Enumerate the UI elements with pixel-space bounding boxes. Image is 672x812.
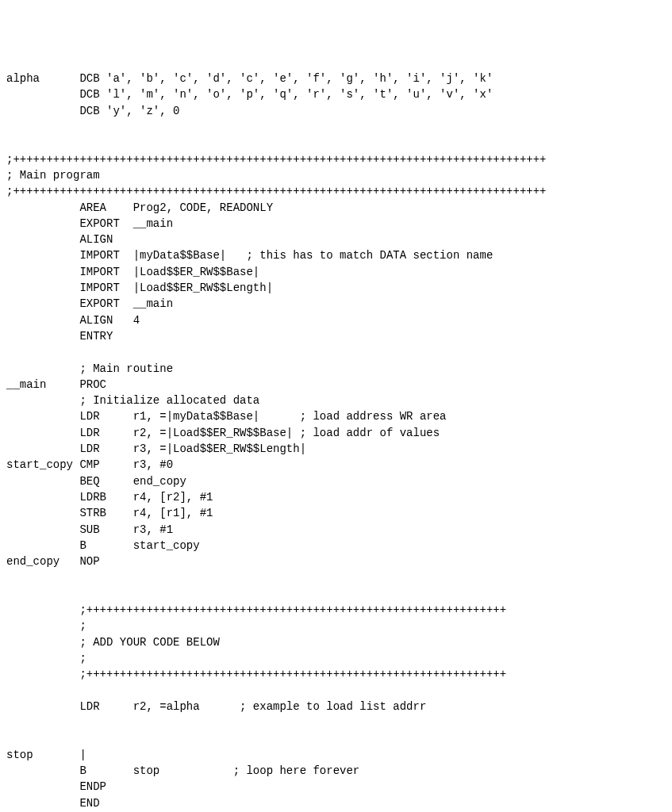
code-line: B stop ; loop here forever bbox=[6, 763, 666, 779]
code-line: ; ADD YOUR CODE BELOW bbox=[6, 634, 666, 650]
code-line: stop | bbox=[6, 747, 666, 763]
code-line bbox=[6, 119, 666, 135]
code-line bbox=[6, 714, 666, 730]
code-line: ; Main routine bbox=[6, 361, 666, 377]
code-line: ;+++++++++++++++++++++++++++++++++++++++… bbox=[6, 151, 666, 167]
code-line: DCB 'l', 'm', 'n', 'o', 'p', 'q', 'r', '… bbox=[6, 86, 666, 102]
code-line: STRB r4, [r1], #1 bbox=[6, 505, 666, 521]
code-line: ; bbox=[6, 650, 666, 666]
code-line: SUB r3, #1 bbox=[6, 522, 666, 538]
code-line: __main PROC bbox=[6, 377, 666, 393]
code-line: ;+++++++++++++++++++++++++++++++++++++++… bbox=[6, 183, 666, 199]
code-line: EXPORT __main bbox=[6, 216, 666, 232]
code-line bbox=[6, 135, 666, 151]
code-line: LDR r3, =|Load$$ER_RW$$Length| bbox=[6, 441, 666, 457]
code-line: ; Main program bbox=[6, 167, 666, 183]
code-line: ;+++++++++++++++++++++++++++++++++++++++… bbox=[6, 666, 666, 682]
code-line bbox=[6, 569, 666, 585]
code-line: alpha DCB 'a', 'b', 'c', 'd', 'c', 'e', … bbox=[6, 71, 666, 86]
code-line: ; bbox=[6, 618, 666, 634]
code-line: LDR r1, =|myData$$Base| ; load address W… bbox=[6, 408, 666, 424]
code-line: IMPORT |Load$$ER_RW$$Base| bbox=[6, 264, 666, 280]
code-line: start_copy CMP r3, #0 bbox=[6, 457, 666, 473]
code-line: ALIGN bbox=[6, 232, 666, 247]
code-line: LDR r2, =alpha ; example to load list ad… bbox=[6, 699, 666, 714]
code-line: LDR r2, =|Load$$ER_RW$$Base| ; load addr… bbox=[6, 425, 666, 441]
code-line: ; Initialize allocated data bbox=[6, 393, 666, 408]
code-line: AREA Prog2, CODE, READONLY bbox=[6, 200, 666, 216]
code-line: LDRB r4, [r2], #1 bbox=[6, 489, 666, 505]
code-line: IMPORT |myData$$Base| ; this has to matc… bbox=[6, 247, 666, 263]
code-line: END bbox=[6, 795, 666, 811]
code-line: ;+++++++++++++++++++++++++++++++++++++++… bbox=[6, 602, 666, 618]
code-line: IMPORT |Load$$ER_RW$$Length| bbox=[6, 280, 666, 296]
code-line bbox=[6, 344, 666, 360]
code-line: BEQ end_copy bbox=[6, 473, 666, 489]
code-listing: alpha DCB 'a', 'b', 'c', 'd', 'c', 'e', … bbox=[6, 71, 666, 811]
code-line: EXPORT __main bbox=[6, 296, 666, 312]
code-line: B start_copy bbox=[6, 538, 666, 553]
code-line bbox=[6, 682, 666, 698]
code-line: ENDP bbox=[6, 779, 666, 795]
code-line bbox=[6, 730, 666, 746]
code-line: DCB 'y', 'z', 0 bbox=[6, 103, 666, 119]
code-line: ENTRY bbox=[6, 328, 666, 344]
code-line bbox=[6, 586, 666, 602]
code-line: end_copy NOP bbox=[6, 553, 666, 569]
code-line: ALIGN 4 bbox=[6, 312, 666, 328]
